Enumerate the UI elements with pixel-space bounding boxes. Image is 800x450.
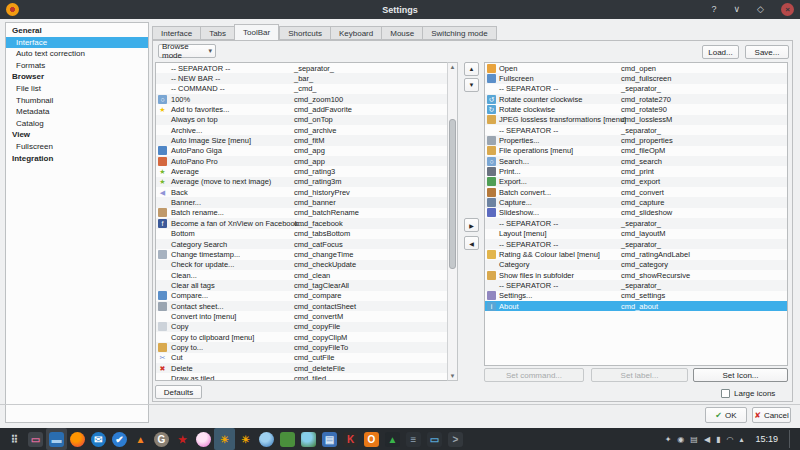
add-command-button[interactable]: ▶: [464, 218, 479, 232]
list-item[interactable]: -- NEW BAR --_bar_: [156, 73, 447, 83]
sidebar-item-formats[interactable]: Formats: [6, 60, 148, 72]
list-item[interactable]: Bottomcmd_tabsBottom: [156, 229, 447, 239]
list-item[interactable]: ○Search...cmd_search: [485, 156, 787, 166]
taskbar-app[interactable]: ▭: [424, 428, 445, 450]
scroll-up-icon[interactable]: ▲: [448, 64, 457, 70]
list-item[interactable]: Capture...cmd_capture: [485, 197, 787, 207]
taskbar-app[interactable]: [256, 428, 277, 450]
close-button[interactable]: ×: [781, 3, 794, 16]
taskbar-app[interactable]: ⠿: [4, 428, 25, 450]
taskbar-app[interactable]: ✔: [109, 428, 130, 450]
taskbar-app[interactable]: ☀: [235, 428, 256, 450]
list-item[interactable]: ★Averagecmd_rating3: [156, 166, 447, 176]
list-item[interactable]: Show files in subfoldercmd_showRecursive: [485, 270, 787, 280]
tab-interface[interactable]: Interface: [152, 26, 200, 40]
list-item[interactable]: ★Average (move to next image)cmd_rating3…: [156, 177, 447, 187]
list-item[interactable]: -- SEPARATOR --_separator_: [485, 125, 787, 135]
defaults-button[interactable]: Defaults: [155, 385, 202, 399]
sidebar-item-thumbnail[interactable]: Thumbnail: [6, 95, 148, 107]
list-item[interactable]: Convert into [menu]cmd_convertM: [156, 311, 447, 321]
list-item[interactable]: Slideshow...cmd_slideshow: [485, 208, 787, 218]
list-item[interactable]: Copycmd_copyFile: [156, 322, 447, 332]
list-item[interactable]: ★Add to favorites...cmd_addFavorite: [156, 104, 447, 114]
list-item[interactable]: fBecome a fan of XnView on Facebook...cm…: [156, 218, 447, 228]
taskbar-app[interactable]: ▭: [25, 428, 46, 450]
list-item[interactable]: Archive...cmd_archive: [156, 125, 447, 135]
list-item[interactable]: Banner...cmd_banner: [156, 197, 447, 207]
tab-tabs[interactable]: Tabs: [200, 26, 234, 40]
volume-icon[interactable]: ◀: [704, 435, 710, 444]
list-item[interactable]: AutoPano Gigacmd_apg: [156, 146, 447, 156]
sidebar-item-auto-text-correction[interactable]: Auto text correction: [6, 48, 148, 60]
ok-button[interactable]: ✔OK: [705, 407, 747, 423]
list-item[interactable]: -- SEPARATOR --_separator_: [485, 280, 787, 290]
network-icon[interactable]: ◠: [726, 435, 733, 444]
list-item[interactable]: Clean...cmd_clean: [156, 270, 447, 280]
screen-record-icon[interactable]: ◉: [677, 435, 684, 444]
tab-switching-mode[interactable]: Switching mode: [422, 26, 496, 40]
browse-mode-select[interactable]: Browse mode ▾: [158, 44, 216, 58]
list-item[interactable]: Auto Image Size [menu]cmd_fitM: [156, 135, 447, 145]
list-item[interactable]: Category Searchcmd_catFocus: [156, 239, 447, 249]
set-icon-button[interactable]: Set Icon...: [693, 368, 788, 382]
list-item[interactable]: File operations [menu]cmd_fileOpM: [485, 146, 787, 156]
sidebar-item-general[interactable]: General: [6, 25, 148, 37]
list-item[interactable]: -- SEPARATOR --_separator_: [156, 63, 447, 73]
scrollbar-thumb[interactable]: [449, 119, 456, 269]
list-item[interactable]: Batch convert...cmd_convert: [485, 187, 787, 197]
load-button[interactable]: Load...: [702, 45, 739, 59]
sidebar-item-metadata[interactable]: Metadata: [6, 106, 148, 118]
cancel-button[interactable]: ✘Cancel: [752, 407, 791, 423]
taskbar-app[interactable]: O: [361, 428, 382, 450]
list-item[interactable]: Copy to...cmd_copyFileTo: [156, 342, 447, 352]
help-button[interactable]: ?: [711, 3, 716, 16]
tab-toolbar[interactable]: ToolBar: [234, 24, 279, 40]
list-item[interactable]: ↺Rotate counter clockwisecmd_rotate270: [485, 94, 787, 104]
large-icons-checkbox[interactable]: [721, 389, 730, 398]
list-item[interactable]: Settings...cmd_settings: [485, 291, 787, 301]
list-item[interactable]: Opencmd_open: [485, 63, 787, 73]
sidebar-item-interface[interactable]: Interface: [6, 37, 148, 49]
show-desktop-button[interactable]: [789, 430, 796, 448]
minimize-button[interactable]: ∨: [733, 3, 740, 16]
list-item[interactable]: -- COMMAND --_cmd_: [156, 84, 447, 94]
list-item[interactable]: Categorycmd_category: [485, 260, 787, 270]
taskbar-app[interactable]: [67, 428, 88, 450]
list-item[interactable]: ◀Backcmd_historyPrev: [156, 187, 447, 197]
list-item[interactable]: ○100%cmd_zoom100: [156, 94, 447, 104]
taskbar-app[interactable]: >: [445, 428, 466, 450]
taskbar-app[interactable]: G: [151, 428, 172, 450]
taskbar-app[interactable]: ▤: [319, 428, 340, 450]
save-button[interactable]: Save...: [745, 45, 789, 59]
sidebar-item-file-list[interactable]: File list: [6, 83, 148, 95]
list-item[interactable]: ✂Cutcmd_cutFile: [156, 353, 447, 363]
list-item[interactable]: ↻Rotate clockwisecmd_rotate90: [485, 104, 787, 114]
list-item[interactable]: JPEG lossless transformations [menu]cmd_…: [485, 115, 787, 125]
taskbar-app[interactable]: [193, 428, 214, 450]
list-item[interactable]: Change timestamp...cmd_changeTime: [156, 249, 447, 259]
list-item[interactable]: Clear all tagscmd_tagClearAll: [156, 280, 447, 290]
taskbar-app[interactable]: ▲: [382, 428, 403, 450]
list-item[interactable]: Export...cmd_export: [485, 177, 787, 187]
list-item[interactable]: ✖Deletecmd_deleteFile: [156, 363, 447, 373]
list-item[interactable]: AutoPano Procmd_app: [156, 156, 447, 166]
list-item[interactable]: Copy to clipboard [menu]cmd_copyClipM: [156, 332, 447, 342]
tab-shortcuts[interactable]: Shortcuts: [279, 26, 330, 40]
taskbar-app[interactable]: ✉: [88, 428, 109, 450]
sidebar-item-catalog[interactable]: Catalog: [6, 118, 148, 130]
list-item[interactable]: -- SEPARATOR --_separator_: [485, 239, 787, 249]
list-item[interactable]: Fullscreencmd_fullscreen: [485, 73, 787, 83]
taskbar-app[interactable]: ☀: [214, 428, 235, 450]
remove-command-button[interactable]: ◀: [464, 236, 479, 250]
list-item[interactable]: Draw as tiledcmd_tiled: [156, 373, 447, 381]
taskbar-app[interactable]: ★: [172, 428, 193, 450]
tab-mouse[interactable]: Mouse: [381, 26, 422, 40]
list-item[interactable]: Contact sheet...cmd_contactSheet: [156, 301, 447, 311]
clipboard-icon[interactable]: ▤: [690, 435, 698, 444]
battery-icon[interactable]: ▮: [716, 435, 720, 444]
maximize-button[interactable]: ◇: [757, 3, 764, 16]
taskbar-app[interactable]: [298, 428, 319, 450]
sidebar-item-integration[interactable]: Integration: [6, 153, 148, 165]
sidebar-item-fullscreen[interactable]: Fullscreen: [6, 141, 148, 153]
tab-keyboard[interactable]: Keyboard: [330, 26, 381, 40]
